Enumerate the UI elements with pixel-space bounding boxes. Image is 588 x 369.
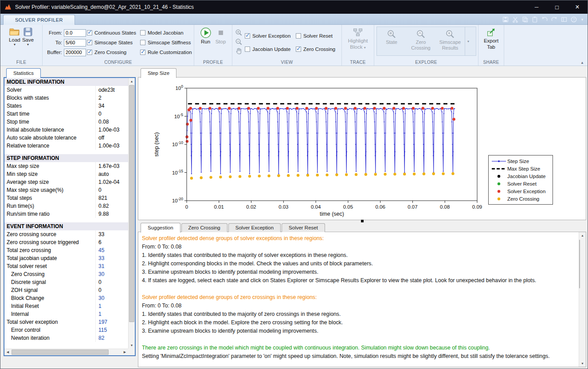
- stat-value-link[interactable]: 1: [96, 303, 102, 309]
- undo-icon[interactable]: [541, 16, 549, 23]
- tab-step-size[interactable]: Step Size: [141, 68, 176, 78]
- checkbox-rule-customization[interactable]: Rule Customization: [140, 47, 193, 57]
- save-button[interactable]: Save ▾: [22, 26, 34, 58]
- statistics-horizontal-scrollbar[interactable]: ◀ ▶: [4, 349, 128, 355]
- scrollbar-thumb[interactable]: [12, 350, 109, 355]
- stats-row: Discrete signal0: [4, 278, 128, 286]
- legend-label: Zero Crossing: [507, 196, 539, 202]
- tab-statistics[interactable]: Statistics: [6, 68, 41, 78]
- stat-label: Max step size: [4, 162, 96, 170]
- stat-value: 1.00e-03: [96, 143, 119, 149]
- highlight-block-button[interactable]: Highlight Block ▾: [348, 26, 368, 58]
- checkbox-solver-reset[interactable]: Solver Reset: [296, 31, 339, 41]
- from-label: From:: [45, 30, 62, 35]
- stat-value-link[interactable]: 45: [96, 247, 104, 253]
- cut-icon[interactable]: [511, 16, 519, 23]
- stat-value-link[interactable]: 30: [96, 295, 104, 301]
- stat-value-link[interactable]: 115: [96, 327, 107, 333]
- quick-access-toolbar: ? ▾: [502, 15, 585, 23]
- scrollbar-track[interactable]: [579, 239, 586, 360]
- explore-button-label: Crossing: [411, 45, 430, 51]
- state-explorer-button[interactable]: State: [377, 27, 406, 55]
- stop-button[interactable]: Stop: [215, 26, 227, 58]
- ribbon-section-label: SHARE: [478, 60, 504, 65]
- stat-label: States: [4, 102, 96, 110]
- stat-value-link[interactable]: 1: [96, 311, 102, 317]
- stat-value-link[interactable]: 82: [96, 335, 104, 341]
- tab-solver-reset[interactable]: Solver Reset: [282, 223, 325, 232]
- tab-suggestion[interactable]: Suggestion: [141, 223, 180, 233]
- scroll-up-icon[interactable]: ▲: [579, 232, 586, 239]
- stat-value: auto: [96, 171, 109, 177]
- toolbar-dropdown-icon[interactable]: ▾: [580, 17, 585, 22]
- scrollbar-track[interactable]: [129, 85, 135, 342]
- checkbox-label: Model Jacobian: [148, 30, 184, 35]
- stat-label: Blocks with states: [4, 94, 96, 102]
- stat-value-link[interactable]: 33: [96, 255, 104, 261]
- layout-icon[interactable]: [560, 16, 568, 23]
- collapse-ribbon-icon[interactable]: ▲: [580, 61, 584, 65]
- zoom-out-icon[interactable]: [235, 38, 243, 46]
- scroll-up-icon[interactable]: ▲: [129, 78, 135, 85]
- export-tab-button[interactable]: Export Tab: [484, 26, 498, 58]
- suggestion-blank-line: [142, 335, 577, 344]
- statistics-vertical-scrollbar[interactable]: ▲ ▼: [128, 78, 135, 349]
- checkbox-solver-exception[interactable]: Solver Exception: [245, 31, 296, 41]
- stat-label: Internal: [4, 310, 96, 318]
- suggestion-vertical-scrollbar[interactable]: ▲ ▼: [579, 232, 586, 367]
- run-button[interactable]: Run: [200, 26, 212, 58]
- checkbox-zero-crossing-view[interactable]: Zero Crossing: [296, 44, 339, 54]
- stats-spacer: [4, 150, 128, 154]
- checkbox-simscape-stiffness[interactable]: Simscape Stiffness: [140, 38, 193, 47]
- scrollbar-thumb[interactable]: [129, 85, 134, 322]
- svg-text:0.01: 0.01: [214, 204, 224, 210]
- from-input[interactable]: [64, 29, 86, 37]
- checkbox-icon: [87, 40, 92, 45]
- checkbox-jacobian-update[interactable]: Jacobian Update: [245, 44, 296, 54]
- scroll-down-icon[interactable]: ▼: [579, 360, 586, 367]
- legend-item: Zero Crossing: [491, 195, 550, 202]
- stat-value-link[interactable]: 197: [96, 319, 107, 325]
- redo-icon[interactable]: [550, 16, 558, 23]
- tab-solver-exception[interactable]: Solver Exception: [228, 223, 281, 232]
- scroll-left-icon[interactable]: ◀: [4, 349, 11, 355]
- paste-icon[interactable]: [531, 16, 539, 23]
- stats-row: Run time(s)0.82: [4, 202, 128, 210]
- load-button[interactable]: Load ▾: [9, 26, 20, 58]
- stats-section-header: STEP INFORMATION: [4, 154, 128, 162]
- scrollbar-thumb[interactable]: [579, 240, 580, 288]
- checkbox-label: Solver Exception: [252, 33, 290, 39]
- ribbon-filler: ▲: [504, 25, 588, 66]
- titlebar: Solver Profiler: variableScaling_demo@02…: [0, 0, 588, 14]
- tab-zero-crossing[interactable]: Zero Crossing: [181, 223, 227, 232]
- stats-section-header: MODEL INFORMATION: [4, 78, 128, 86]
- buffer-input[interactable]: [64, 49, 86, 56]
- zero-crossing-explorer-button[interactable]: Zero Crossing: [406, 27, 435, 55]
- save-icon[interactable]: [502, 16, 510, 23]
- simscape-results-explorer-button[interactable]: Simscape Results: [435, 27, 465, 55]
- checkbox-model-jacobian[interactable]: Model Jacobian: [140, 28, 193, 38]
- explore-gallery-dropdown[interactable]: ▾: [465, 27, 471, 55]
- to-input[interactable]: [64, 39, 86, 47]
- pan-hand-icon[interactable]: [235, 47, 243, 55]
- maximize-button[interactable]: □: [547, 0, 567, 14]
- help-icon[interactable]: ?: [570, 16, 578, 23]
- scroll-right-icon[interactable]: ▶: [122, 349, 128, 355]
- scroll-down-icon[interactable]: ▼: [129, 342, 135, 349]
- stat-value: 1.02e-04: [96, 179, 119, 185]
- close-button[interactable]: ×: [567, 0, 588, 14]
- suggestion-line: 1. Identify states that contributed to t…: [142, 310, 577, 319]
- checkbox-label: Simscape Stiffness: [148, 40, 191, 45]
- minimize-button[interactable]: ─: [526, 0, 547, 14]
- stat-value: ode23t: [96, 87, 115, 93]
- stat-value-link[interactable]: 31: [96, 263, 104, 269]
- to-label: To:: [45, 40, 62, 45]
- scrollbar-track[interactable]: [11, 349, 122, 355]
- copy-icon[interactable]: [521, 16, 529, 23]
- checkbox-zero-crossing[interactable]: Zero Crossing: [87, 47, 140, 57]
- stat-value-link[interactable]: 30: [96, 271, 104, 277]
- checkbox-continuous-states[interactable]: Continuous States: [87, 28, 140, 38]
- checkbox-simscape-states[interactable]: Simscape States: [87, 38, 140, 47]
- tab-solver-profiler[interactable]: SOLVER PROFILER: [3, 15, 75, 25]
- zoom-in-icon[interactable]: [235, 28, 243, 37]
